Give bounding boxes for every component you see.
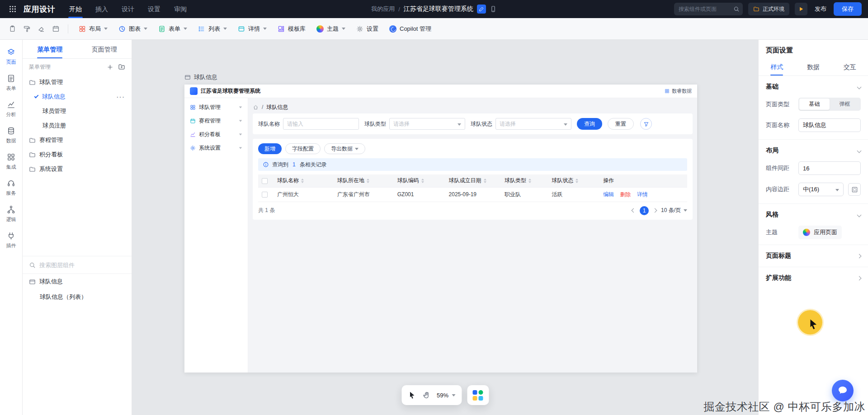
tab-menu-management[interactable]: 菜单管理 [23, 40, 77, 58]
artboard[interactable]: 江苏省足球联赛管理系统 数睿数据 球队管理 赛程管理 [184, 85, 697, 373]
menu-tab-design[interactable]: 设计 [115, 0, 141, 18]
section-basic[interactable]: 基础 [759, 76, 868, 95]
tab-page-management[interactable]: 页面管理 [77, 40, 132, 58]
tool-layout[interactable]: 布局 [74, 21, 113, 37]
sort-icon[interactable] [528, 179, 531, 183]
hand-tool-icon[interactable] [422, 391, 430, 399]
detail-link[interactable]: 详情 [637, 191, 648, 198]
preview-nav-schedule[interactable]: 赛程管理 [184, 114, 248, 127]
sort-icon[interactable] [301, 179, 304, 183]
cursor-tool-icon[interactable] [408, 391, 416, 399]
rail-item-service[interactable]: 服务 [0, 174, 23, 201]
rail-item-form[interactable]: 表单 [0, 70, 23, 96]
select-all-checkbox[interactable] [262, 178, 268, 184]
section-extensions[interactable]: 扩展功能 [759, 267, 868, 289]
design-canvas[interactable]: 球队信息 江苏省足球联赛管理系统 数睿数据 球队管理 [132, 40, 758, 415]
rail-item-page[interactable]: 页面 [0, 43, 23, 70]
zoom-level-select[interactable]: 59% [437, 392, 455, 399]
edit-icon[interactable] [477, 5, 486, 14]
tree-item-system-settings[interactable]: 系统设置 [23, 162, 132, 176]
global-search-input[interactable] [674, 6, 743, 12]
help-chat-button[interactable] [832, 380, 854, 401]
component-gap-input[interactable] [798, 161, 861, 175]
format-brush-icon[interactable] [20, 22, 33, 36]
export-data-button[interactable]: 导出数据 [324, 143, 365, 154]
page-size-select[interactable]: 10 条/页 [661, 207, 687, 214]
layer-item-team-info-list[interactable]: 球队信息（列表） [23, 289, 132, 305]
calendar-icon[interactable] [49, 22, 62, 36]
rail-item-plugin[interactable]: 插件 [0, 227, 23, 253]
tree-item-player-registration[interactable]: 球员注册 [23, 118, 132, 133]
tab-interaction[interactable]: 交互 [831, 59, 868, 75]
more-icon[interactable]: ··· [117, 94, 125, 100]
layer-item-team-info[interactable]: 球队信息 [23, 274, 132, 289]
tree-item-player-management[interactable]: 球员管理 [23, 104, 132, 118]
sort-icon[interactable] [484, 179, 486, 183]
save-button[interactable]: 保存 [834, 2, 862, 16]
run-preview-button[interactable] [795, 3, 807, 15]
menu-tab-settings[interactable]: 设置 [141, 0, 167, 18]
page-name-input[interactable] [798, 118, 861, 132]
reset-button[interactable]: 重置 [608, 118, 634, 130]
search-icon[interactable] [733, 6, 740, 12]
menu-tab-insert[interactable]: 插入 [89, 0, 115, 18]
publish-button[interactable]: 发布 [813, 5, 828, 13]
menu-tab-start[interactable]: 开始 [62, 0, 89, 18]
rail-item-logic[interactable]: 逻辑 [0, 201, 23, 227]
preview-nav-team[interactable]: 球队管理 [184, 100, 248, 114]
theme-select[interactable]: 应用页面 [798, 226, 842, 239]
tool-chart[interactable]: 图表 [113, 21, 152, 37]
team-type-select[interactable]: 请选择 [389, 118, 465, 130]
tool-theme[interactable]: 主题 [311, 21, 350, 37]
page-number[interactable]: 1 [640, 206, 649, 215]
tool-copilot[interactable]: Copilot 管理 [384, 21, 436, 37]
add-button[interactable]: 新增 [258, 143, 282, 154]
team-name-input[interactable] [283, 118, 359, 130]
segment-basic[interactable]: 基础 [799, 99, 830, 110]
menu-tab-review[interactable]: 审阅 [167, 0, 193, 18]
segment-dialog[interactable]: 弹框 [830, 99, 860, 110]
clipboard-icon[interactable] [5, 22, 19, 36]
filter-icon[interactable] [640, 118, 652, 130]
edit-link[interactable]: 编辑 [603, 191, 614, 198]
margin-box-icon[interactable] [848, 183, 861, 196]
mobile-preview-icon[interactable] [490, 5, 497, 13]
field-config-button[interactable]: 字段配置 [285, 143, 321, 154]
tool-list[interactable]: 列表 [193, 21, 232, 37]
next-page-icon[interactable] [653, 208, 657, 213]
layer-search[interactable] [23, 256, 132, 274]
layer-search-input[interactable] [39, 262, 125, 269]
global-search[interactable] [674, 3, 743, 15]
row-checkbox[interactable] [262, 192, 268, 198]
rail-item-data[interactable]: 数据 [0, 122, 23, 148]
prev-page-icon[interactable] [632, 208, 636, 213]
tree-item-team-management[interactable]: 球队管理 [23, 75, 132, 90]
preview-nav-system[interactable]: 系统设置 [184, 141, 248, 155]
team-status-select[interactable]: 请选择 [495, 118, 571, 130]
table-row[interactable]: 广州恒大 广东省广州市 GZ001 2025-09-19 职业队 活跃 编辑 [258, 187, 687, 202]
tab-style[interactable]: 样式 [759, 59, 795, 75]
delete-link[interactable]: 删除 [620, 191, 631, 198]
tool-form[interactable]: 表单 [153, 21, 192, 37]
sort-icon[interactable] [576, 179, 578, 183]
query-button[interactable]: 查询 [577, 118, 602, 130]
preview-nav-points[interactable]: 积分看板 [184, 127, 248, 141]
section-page-title[interactable]: 页面标题 [759, 245, 868, 267]
artboard-label[interactable]: 球队信息 [184, 73, 697, 81]
sort-icon[interactable] [421, 179, 424, 183]
section-style[interactable]: 风格 [759, 204, 868, 223]
breadcrumb-my-apps[interactable]: 我的应用 [371, 5, 395, 13]
environment-badge[interactable]: 正式环境 [748, 3, 789, 15]
section-layout[interactable]: 布局 [759, 140, 868, 159]
home-icon[interactable] [253, 104, 259, 110]
tree-item-points-board[interactable]: 积分看板 [23, 147, 132, 162]
tool-template-library[interactable]: 模板库 [273, 21, 311, 37]
rail-item-analysis[interactable]: 分析 [0, 96, 23, 122]
tool-settings[interactable]: 设置 [351, 21, 383, 37]
sort-icon[interactable] [367, 179, 369, 183]
tool-detail[interactable]: 详情 [233, 21, 272, 37]
add-menu-icon[interactable] [107, 64, 113, 71]
rail-item-integration[interactable]: 集成 [0, 148, 23, 174]
add-folder-icon[interactable] [118, 63, 125, 71]
content-padding-select[interactable]: 中(16) [798, 183, 844, 196]
